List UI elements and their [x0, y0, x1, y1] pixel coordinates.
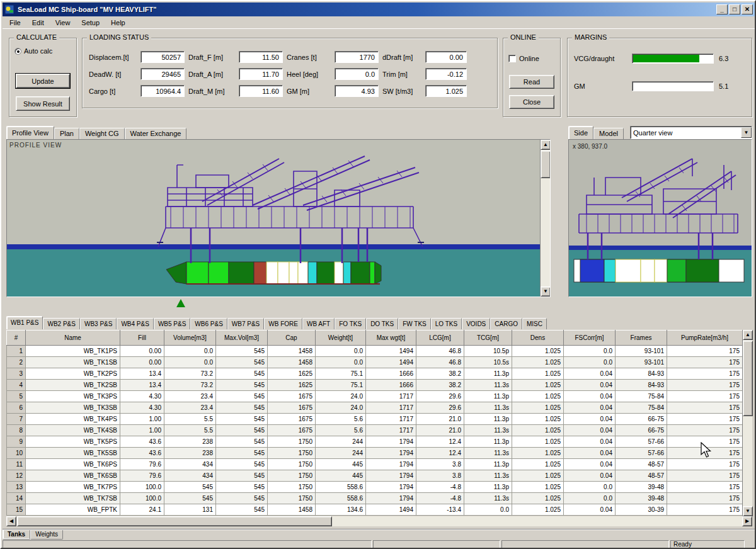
update-button[interactable]: Update	[16, 74, 70, 88]
table-cell-0-5[interactable]: 1458	[268, 346, 316, 357]
tank-tab-1[interactable]: WB2 P&S	[43, 318, 79, 329]
tank-tab-2[interactable]: WB3 P&S	[80, 318, 117, 329]
table-cell-0-6[interactable]: 0.0	[316, 346, 366, 357]
view-tab-0[interactable]: Profile View	[6, 126, 54, 139]
table-cell-2-6[interactable]: 75.1	[316, 368, 366, 380]
table-cell-4-2[interactable]: 4.30	[120, 391, 164, 402]
table-cell-0-10[interactable]: 1.025	[512, 346, 564, 357]
table-cell-7-13[interactable]: 175	[667, 425, 743, 436]
table-cell-10-3[interactable]: 434	[164, 459, 216, 470]
table-cell-3-12[interactable]: 84-93	[616, 380, 667, 391]
table-cell-12-8[interactable]: -4.8	[416, 482, 464, 493]
table-cell-11-6[interactable]: 445	[316, 470, 366, 482]
table-cell-13-13[interactable]: 175	[667, 493, 743, 504]
table-cell-2-5[interactable]: 1625	[268, 368, 316, 380]
show-result-button[interactable]: Show Result	[16, 96, 70, 111]
table-cell-10-9[interactable]: 11.3p	[464, 459, 512, 470]
table-cell-5-10[interactable]: 1.025	[512, 402, 564, 414]
table-cell-14-7[interactable]: 1494	[366, 504, 416, 516]
table-cell-6-3[interactable]: 5.5	[164, 414, 216, 425]
side-viewport[interactable]: x 380, 937.0	[568, 139, 752, 297]
profile-vscrollbar[interactable]: ▲ ▼	[540, 140, 550, 297]
table-cell-5-0[interactable]: 6	[7, 402, 26, 414]
table-header-12[interactable]: Frames	[616, 331, 667, 346]
table-cell-11-3[interactable]: 434	[164, 470, 216, 482]
table-cell-1-10[interactable]: 1.025	[512, 357, 564, 368]
tank-tab-7[interactable]: WB FORE	[264, 318, 302, 329]
table-cell-14-12[interactable]: 30-39	[616, 504, 667, 516]
table-cell-1-2[interactable]: 0.00	[120, 357, 164, 368]
table-cell-14-0[interactable]: 15	[7, 504, 26, 516]
table-cell-7-11[interactable]: 0.04	[564, 425, 616, 436]
scroll-down-icon[interactable]: ▼	[541, 286, 551, 297]
table-cell-9-6[interactable]: 244	[316, 448, 366, 459]
table-scroll-down-icon[interactable]: ▼	[743, 506, 753, 516]
view-mode-dropdown[interactable]: Quarter view ▼	[630, 126, 752, 139]
table-cell-8-9[interactable]: 11.3p	[464, 436, 512, 448]
table-cell-14-3[interactable]: 131	[164, 504, 216, 516]
table-cell-14-9[interactable]: 0.0	[464, 504, 512, 516]
table-cell-4-8[interactable]: 29.6	[416, 391, 464, 402]
table-cell-5-7[interactable]: 1717	[366, 402, 416, 414]
table-cell-12-2[interactable]: 100.0	[120, 482, 164, 493]
table-cell-5-5[interactable]: 1675	[268, 402, 316, 414]
table-cell-6-12[interactable]: 66-75	[616, 414, 667, 425]
table-cell-3-10[interactable]: 1.025	[512, 380, 564, 391]
table-cell-11-4[interactable]: 545	[216, 470, 268, 482]
table-cell-1-6[interactable]: 0.0	[316, 357, 366, 368]
table-cell-1-13[interactable]: 175	[667, 357, 743, 368]
table-cell-14-13[interactable]: 175	[667, 504, 743, 516]
table-cell-10-8[interactable]: 3.8	[416, 459, 464, 470]
table-cell-11-11[interactable]: 0.04	[564, 470, 616, 482]
table-cell-6-0[interactable]: 7	[7, 414, 26, 425]
table-cell-0-9[interactable]: 10.5p	[464, 346, 512, 357]
tank-tab-15[interactable]: MISC	[522, 318, 547, 329]
table-row-3[interactable]: 4WB_TK2SB13.473.2545162575.1166638.211.3…	[7, 380, 743, 391]
table-cell-0-3[interactable]: 0.0	[164, 346, 216, 357]
table-row-12[interactable]: 13WB_TK7PS100.05455451750558.61794-4.811…	[7, 482, 743, 493]
table-cell-13-8[interactable]: -4.8	[416, 493, 464, 504]
table-header-3[interactable]: Volume[m3]	[164, 331, 216, 346]
table-cell-10-5[interactable]: 1750	[268, 459, 316, 470]
table-cell-11-0[interactable]: 12	[7, 470, 26, 482]
table-cell-12-6[interactable]: 558.6	[316, 482, 366, 493]
scroll-up-icon[interactable]: ▲	[541, 140, 551, 150]
table-cell-10-12[interactable]: 48-57	[616, 459, 667, 470]
loading-field-input-1[interactable]: 11.50	[239, 51, 283, 63]
table-cell-8-8[interactable]: 12.4	[416, 436, 464, 448]
table-cell-9-11[interactable]: 0.04	[564, 448, 616, 459]
table-cell-2-0[interactable]: 3	[7, 368, 26, 380]
table-cell-0-4[interactable]: 545	[216, 346, 268, 357]
table-cell-12-13[interactable]: 175	[667, 482, 743, 493]
table-cell-3-5[interactable]: 1625	[268, 380, 316, 391]
table-cell-6-10[interactable]: 1.025	[512, 414, 564, 425]
tank-tab-5[interactable]: WB6 P&S	[190, 318, 227, 329]
table-cell-4-9[interactable]: 11.3p	[464, 391, 512, 402]
auto-calc-radio[interactable]: Auto calc	[14, 47, 52, 55]
table-cell-1-0[interactable]: 2	[7, 357, 26, 368]
menu-item-view[interactable]: View	[50, 18, 76, 28]
table-cell-10-13[interactable]: 175	[667, 459, 743, 470]
chevron-down-icon[interactable]: ▼	[741, 127, 752, 138]
table-cell-13-4[interactable]: 545	[216, 493, 268, 504]
table-cell-2-13[interactable]: 175	[667, 368, 743, 380]
tank-tab-14[interactable]: CARGO	[490, 318, 522, 329]
table-cell-13-3[interactable]: 545	[164, 493, 216, 504]
table-cell-11-9[interactable]: 11.3s	[464, 470, 512, 482]
table-cell-3-11[interactable]: 0.04	[564, 380, 616, 391]
table-cell-8-3[interactable]: 238	[164, 436, 216, 448]
view-tab-3[interactable]: Water Exchange	[125, 128, 187, 139]
table-cell-12-4[interactable]: 545	[216, 482, 268, 493]
table-cell-1-9[interactable]: 10.5s	[464, 357, 512, 368]
table-cell-11-13[interactable]: 175	[667, 470, 743, 482]
table-cell-9-0[interactable]: 10	[7, 448, 26, 459]
table-cell-4-7[interactable]: 1717	[366, 391, 416, 402]
table-cell-10-1[interactable]: WB_TK6PS	[26, 459, 120, 470]
table-cell-4-3[interactable]: 23.4	[164, 391, 216, 402]
table-cell-6-13[interactable]: 175	[667, 414, 743, 425]
table-cell-1-4[interactable]: 545	[216, 357, 268, 368]
table-cell-3-13[interactable]: 175	[667, 380, 743, 391]
table-cell-8-6[interactable]: 244	[316, 436, 366, 448]
table-row-5[interactable]: 6WB_TK3SB4.3023.4545167524.0171729.611.3…	[7, 402, 743, 414]
table-header-13[interactable]: PumpRate[m3/h]	[667, 331, 743, 346]
